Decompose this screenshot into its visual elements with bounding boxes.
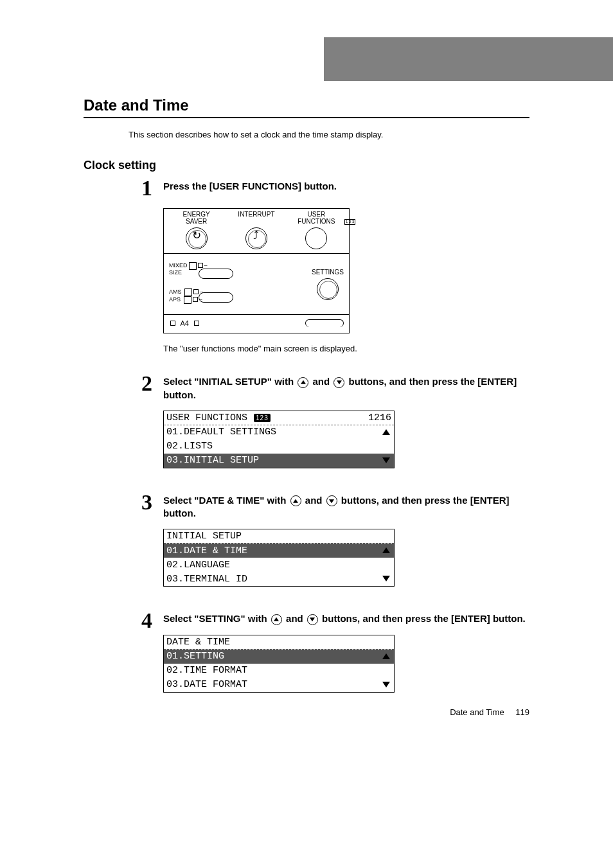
lcd-row: 01.DEFAULT SETTINGS	[166, 427, 276, 438]
footer-label: Date and Time	[450, 707, 504, 717]
lcd-row-selected: 03.INITIAL SETUP	[166, 455, 259, 466]
lcd-row: 02.TIME FORMAT	[166, 665, 247, 676]
paper-slot-icon	[305, 319, 344, 327]
step-1-title: Press the [USER FUNCTIONS] button.	[163, 180, 529, 193]
up-triangle-icon	[382, 546, 391, 555]
energy-saver-label: ENERGYSAVER	[183, 211, 210, 225]
step-3: 3 Select "DATE & TIME" with and buttons,…	[141, 492, 529, 604]
lcd-row-selected: 01.DATE & TIME	[166, 545, 247, 556]
oval-button-2	[199, 292, 233, 303]
down-arrow-icon	[326, 495, 337, 506]
control-panel-figure: ENERGYSAVER ↻ INTERRUPT ⤴ USERFUNCTIONS …	[163, 208, 350, 333]
lcd-screen-user-functions: USER FUNCTIONS123 1216 01.DEFAULT SETTIN…	[163, 411, 395, 468]
step-4: 4 Select "SETTING" with and buttons, and…	[141, 610, 529, 709]
lcd-header: INITIAL SETUP	[166, 531, 242, 542]
page-number: 119	[515, 707, 529, 717]
badge-123-icon: 123	[254, 414, 271, 422]
up-triangle-icon	[382, 428, 391, 437]
section-intro: This section describes how to set a cloc…	[129, 130, 529, 139]
down-triangle-icon	[382, 680, 391, 689]
step-2: 2 Select "INITIAL SETUP" with and button…	[141, 373, 529, 485]
up-arrow-icon	[290, 495, 301, 506]
a4-label: A4	[181, 319, 189, 327]
lcd-row: 03.TERMINAL ID	[166, 574, 247, 585]
step-4-title: Select "SETTING" with and buttons, and t…	[163, 612, 529, 625]
subsection-title: Clock setting	[84, 159, 529, 172]
up-arrow-icon	[271, 614, 282, 625]
lcd-row: 03.DATE FORMAT	[166, 679, 247, 690]
lcd-row: 02.LANGUAGE	[166, 560, 230, 571]
badge-123-icon: 1 2 3	[344, 219, 355, 225]
lcd-row-selected: 01.SETTING	[166, 651, 224, 662]
interrupt-button: ⤴	[245, 227, 267, 249]
step-1-note: The "user functions mode" main screen is…	[163, 344, 529, 353]
settings-label: SETTINGS	[312, 269, 344, 276]
energy-saver-button: ↻	[186, 227, 208, 249]
settings-button	[317, 278, 339, 300]
section-title: Date and Time	[84, 96, 529, 118]
lcd-header-left: USER FUNCTIONS	[166, 412, 247, 423]
down-triangle-icon	[382, 456, 391, 465]
lcd-screen-date-time: DATE & TIME 01.SETTING 02.TIME FORMAT 03…	[163, 635, 395, 693]
step-number: 1	[141, 177, 163, 202]
down-arrow-icon	[307, 614, 318, 625]
header-gray-bar	[324, 37, 613, 81]
user-functions-label: USERFUNCTIONS	[298, 211, 335, 225]
step-1: 1 Press the [USER FUNCTIONS] button.	[141, 177, 529, 202]
up-triangle-icon	[382, 652, 391, 661]
down-triangle-icon	[382, 574, 391, 583]
step-2-title: Select "INITIAL SETUP" with and buttons,…	[163, 375, 529, 402]
up-arrow-icon	[298, 377, 308, 388]
down-arrow-icon	[333, 377, 344, 388]
step-number: 3	[141, 492, 163, 604]
page-footer: Date and Time 119	[450, 707, 529, 717]
lcd-header-right: 1216	[368, 412, 391, 423]
oval-button	[199, 269, 233, 279]
user-functions-button	[305, 227, 327, 249]
interrupt-label: INTERRUPT	[238, 211, 274, 218]
lcd-screen-initial-setup: INITIAL SETUP 01.DATE & TIME 02.LANGUAGE…	[163, 529, 395, 587]
step-number: 2	[141, 373, 163, 485]
lcd-row: 02.LISTS	[166, 441, 213, 452]
lcd-header: DATE & TIME	[166, 637, 230, 648]
step-3-title: Select "DATE & TIME" with and buttons, a…	[163, 494, 529, 520]
step-number: 4	[141, 610, 163, 709]
